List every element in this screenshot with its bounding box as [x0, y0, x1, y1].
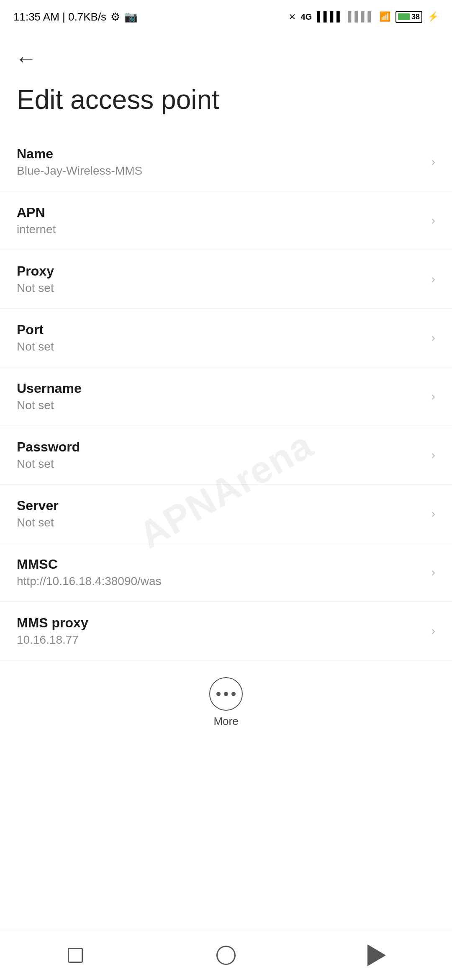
settings-item[interactable]: UsernameNot set› — [0, 367, 452, 426]
settings-item-value: 10.16.18.77 — [17, 633, 423, 647]
status-left: 11:35 AM | 0.7KB/s ⚙ 📷 — [13, 10, 138, 23]
page-title: Edit access point — [0, 75, 452, 133]
battery-fill — [398, 13, 410, 20]
chevron-right-icon: › — [431, 330, 435, 345]
settings-item-content: MMSChttp://10.16.18.4:38090/was — [17, 557, 423, 588]
nav-recent-button[interactable] — [59, 939, 92, 972]
chevron-right-icon: › — [431, 213, 435, 227]
settings-item-content: ProxyNot set — [17, 263, 423, 295]
status-bar: 11:35 AM | 0.7KB/s ⚙ 📷 ⨯ 4G ▌▌▌▌ ▌▌▌▌ 📶 … — [0, 0, 452, 34]
wifi-icon: 📶 — [379, 11, 390, 22]
settings-item-value: internet — [17, 223, 423, 236]
settings-item-label: MMSC — [17, 557, 423, 572]
nav-bar — [0, 930, 452, 980]
nav-home-button[interactable] — [209, 939, 243, 972]
battery-percent: 38 — [411, 13, 420, 21]
video-icon: 📷 — [124, 10, 138, 23]
settings-item[interactable]: PortNot set› — [0, 309, 452, 367]
signal-bars2-icon: ▌▌▌▌ — [348, 11, 374, 22]
settings-item-value: Blue-Jay-Wireless-MMS — [17, 164, 423, 178]
more-section: More — [0, 660, 452, 736]
chevron-right-icon: › — [431, 272, 435, 286]
settings-item[interactable]: APNinternet› — [0, 191, 452, 250]
settings-item-content: ServerNot set — [17, 498, 423, 529]
signal-bars-icon: ▌▌▌▌ — [317, 11, 343, 22]
more-button[interactable] — [209, 677, 243, 711]
settings-item[interactable]: ServerNot set› — [0, 485, 452, 543]
nav-back-button[interactable] — [360, 939, 393, 972]
settings-item-value: Not set — [17, 516, 423, 529]
settings-item-label: Proxy — [17, 263, 423, 279]
chevron-right-icon: › — [431, 565, 435, 579]
settings-item[interactable]: MMS proxy10.16.18.77› — [0, 602, 452, 660]
settings-item-label: Port — [17, 322, 423, 338]
settings-item-label: Name — [17, 146, 423, 162]
back-nav-icon — [367, 944, 386, 966]
settings-item-value: Not set — [17, 457, 423, 471]
back-arrow-icon: ← — [15, 46, 37, 71]
time-display: 11:35 AM | 0.7KB/s — [13, 10, 106, 23]
more-label: More — [213, 715, 238, 728]
settings-item-label: Password — [17, 439, 423, 455]
chevron-right-icon: › — [431, 624, 435, 638]
settings-item-value: Not set — [17, 281, 423, 295]
signal-4g-icon: 4G — [301, 12, 312, 22]
bluetooth-icon: ⨯ — [288, 11, 296, 22]
home-icon — [216, 946, 236, 965]
settings-item-label: Server — [17, 498, 423, 513]
battery-indicator: 38 — [396, 11, 422, 23]
settings-item-content: APNinternet — [17, 205, 423, 236]
settings-item-content: UsernameNot set — [17, 381, 423, 412]
settings-item-value: Not set — [17, 399, 423, 412]
chevron-right-icon: › — [431, 155, 435, 169]
back-button[interactable]: ← — [0, 34, 452, 75]
settings-item-content: NameBlue-Jay-Wireless-MMS — [17, 146, 423, 178]
status-right: ⨯ 4G ▌▌▌▌ ▌▌▌▌ 📶 38 ⚡ — [288, 11, 439, 23]
settings-item[interactable]: NameBlue-Jay-Wireless-MMS› — [0, 133, 452, 191]
settings-icon: ⚙ — [110, 10, 120, 23]
settings-item[interactable]: ProxyNot set› — [0, 250, 452, 309]
settings-item-content: MMS proxy10.16.18.77 — [17, 615, 423, 647]
settings-item[interactable]: MMSChttp://10.16.18.4:38090/was› — [0, 543, 452, 602]
settings-item-label: Username — [17, 381, 423, 396]
settings-item-value: http://10.16.18.4:38090/was — [17, 575, 423, 588]
recent-apps-icon — [68, 948, 83, 963]
chevron-right-icon: › — [431, 448, 435, 462]
settings-item-label: APN — [17, 205, 423, 220]
settings-item-content: PortNot set — [17, 322, 423, 353]
settings-list: NameBlue-Jay-Wireless-MMS›APNinternet›Pr… — [0, 133, 452, 660]
chevron-right-icon: › — [431, 389, 435, 403]
settings-item-value: Not set — [17, 340, 423, 353]
chevron-right-icon: › — [431, 506, 435, 521]
settings-item[interactable]: PasswordNot set› — [0, 426, 452, 485]
settings-item-label: MMS proxy — [17, 615, 423, 631]
charging-icon: ⚡ — [427, 11, 439, 22]
more-dots-icon — [216, 692, 236, 696]
settings-item-content: PasswordNot set — [17, 439, 423, 471]
